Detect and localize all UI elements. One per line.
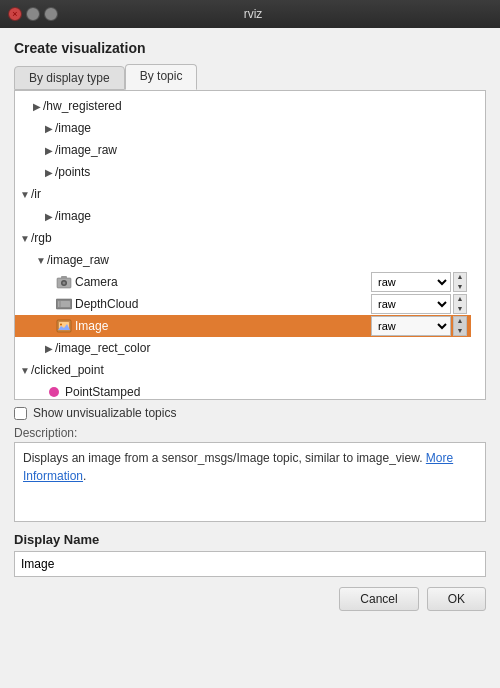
tree-arrow: ▶ [43, 343, 55, 354]
show-unvisualizable-label: Show unvisualizable topics [33, 406, 176, 420]
svg-point-2 [63, 282, 66, 285]
image-dropdown[interactable]: rawcompressed ▲ ▼ [371, 316, 467, 336]
pointstamped-icon [45, 384, 63, 400]
tree-arrow: ▶ [43, 211, 55, 222]
item-label: PointStamped [65, 385, 140, 399]
description-label: Description: [14, 426, 486, 440]
item-label: /image [55, 209, 91, 223]
tree-row[interactable]: ▶ /image_rect_color [15, 337, 471, 359]
tree-row[interactable]: ▼ /rgb [15, 227, 471, 249]
depthcloud-spin[interactable]: ▲ ▼ [453, 294, 467, 314]
buttons-row: Cancel OK [14, 587, 486, 611]
item-label: DepthCloud [75, 297, 138, 311]
topic-tree[interactable]: ▶ /hw_registered ▶ /image ▶ /image_raw ▶… [14, 90, 486, 400]
tree-row-camera[interactable]: Camera rawcompressed ▲ ▼ [15, 271, 471, 293]
camera-encoding-select[interactable]: rawcompressed [371, 272, 451, 292]
minimize-button[interactable] [26, 7, 40, 21]
tree-inner: ▶ /hw_registered ▶ /image ▶ /image_raw ▶… [15, 91, 485, 400]
tree-row[interactable]: ▶ /image [15, 117, 471, 139]
tree-arrow: ▼ [19, 233, 31, 244]
spin-up-icon[interactable]: ▲ [454, 294, 466, 304]
spin-up-icon[interactable]: ▲ [454, 316, 466, 326]
display-name-label: Display Name [14, 532, 486, 547]
description-box: Displays an image from a sensor_msgs/Ima… [14, 442, 486, 522]
ok-button[interactable]: OK [427, 587, 486, 611]
item-label: /image [55, 121, 91, 135]
window-body: Create visualization By display type By … [0, 28, 500, 688]
tree-row[interactable]: ▼ /ir [15, 183, 471, 205]
tree-arrow: ▼ [19, 365, 31, 376]
tree-row[interactable]: ▶ /image_raw [15, 139, 471, 161]
tree-row[interactable]: ▼ /image_raw [15, 249, 471, 271]
item-label: /clicked_point [31, 363, 104, 377]
window-title: rviz [64, 7, 442, 21]
depthcloud-dropdown[interactable]: rawcompressed ▲ ▼ [371, 294, 467, 314]
tree-row[interactable]: ▶ /points [15, 161, 471, 183]
spin-down-icon[interactable]: ▼ [454, 282, 466, 292]
tab-bar: By display type By topic [14, 64, 486, 90]
item-label: /ir [31, 187, 41, 201]
tree-arrow: ▼ [19, 189, 31, 200]
cancel-button[interactable]: Cancel [339, 587, 418, 611]
image-encoding-select[interactable]: rawcompressed [371, 316, 451, 336]
tree-row-image-selected[interactable]: Image rawcompressed ▲ ▼ [15, 315, 471, 337]
window-controls[interactable]: × [8, 7, 58, 21]
display-name-input[interactable] [14, 551, 486, 577]
display-name-section: Display Name [14, 532, 486, 577]
spin-up-icon[interactable]: ▲ [454, 272, 466, 282]
tab-by-display-type[interactable]: By display type [14, 66, 125, 90]
tree-row[interactable]: ▶ /image [15, 205, 471, 227]
title-bar: × rviz [0, 0, 500, 28]
spin-down-icon[interactable]: ▼ [454, 304, 466, 314]
image-icon [55, 318, 73, 334]
tree-row[interactable]: ▼ /clicked_point [15, 359, 471, 381]
item-label: /image_raw [47, 253, 109, 267]
spin-down-icon[interactable]: ▼ [454, 326, 466, 336]
depthcloud-icon [55, 296, 73, 312]
item-label: /hw_registered [43, 99, 122, 113]
camera-spin[interactable]: ▲ ▼ [453, 272, 467, 292]
tree-arrow: ▶ [43, 167, 55, 178]
tree-arrow: ▼ [35, 255, 47, 266]
tree-arrow: ▶ [43, 145, 55, 156]
image-spin[interactable]: ▲ ▼ [453, 316, 467, 336]
tree-row[interactable]: ▶ /hw_registered [15, 95, 471, 117]
item-label: /image_rect_color [55, 341, 150, 355]
item-label: /points [55, 165, 90, 179]
tree-arrow: ▶ [43, 123, 55, 134]
item-label: /rgb [31, 231, 52, 245]
camera-icon [55, 274, 73, 290]
svg-rect-3 [61, 276, 67, 279]
camera-dropdown[interactable]: rawcompressed ▲ ▼ [371, 272, 467, 292]
show-unvisualizable-row: Show unvisualizable topics [14, 406, 486, 420]
close-button[interactable]: × [8, 7, 22, 21]
svg-point-9 [60, 324, 62, 326]
close-icon: × [12, 9, 17, 19]
depthcloud-encoding-select[interactable]: rawcompressed [371, 294, 451, 314]
dialog-title: Create visualization [14, 40, 486, 56]
description-text: Displays an image from a sensor_msgs/Ima… [23, 451, 423, 465]
dot-icon [49, 387, 59, 397]
maximize-button[interactable] [44, 7, 58, 21]
show-unvisualizable-checkbox[interactable] [14, 407, 27, 420]
tree-row-pointstamped[interactable]: PointStamped [15, 381, 471, 400]
item-label: Camera [75, 275, 118, 289]
tree-row-depthcloud[interactable]: DepthCloud rawcompressed ▲ ▼ [15, 293, 471, 315]
tree-arrow: ▶ [31, 101, 43, 112]
item-label: Image [75, 319, 108, 333]
tab-by-topic[interactable]: By topic [125, 64, 198, 90]
item-label: /image_raw [55, 143, 117, 157]
period: . [83, 469, 86, 483]
